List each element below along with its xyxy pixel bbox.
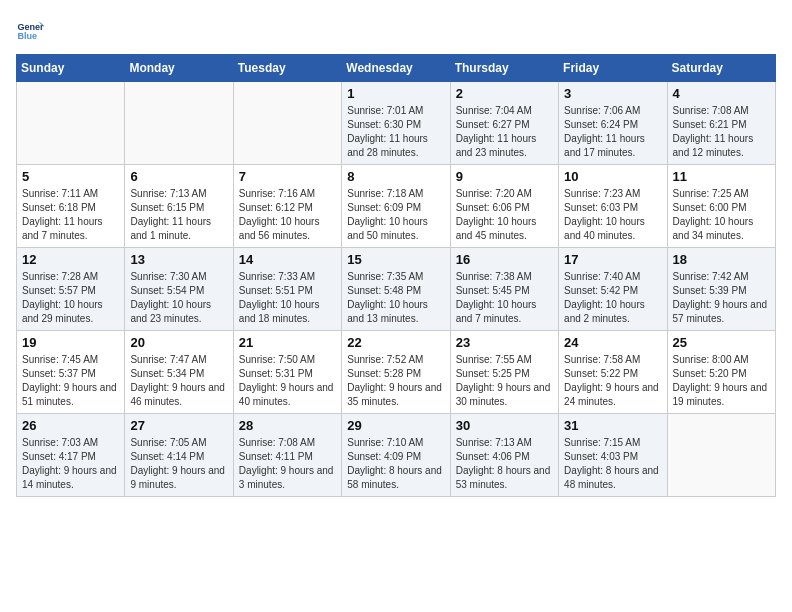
header-wednesday: Wednesday (342, 55, 450, 82)
calendar-cell: 14Sunrise: 7:33 AMSunset: 5:51 PMDayligh… (233, 248, 341, 331)
calendar-week-2: 5Sunrise: 7:11 AMSunset: 6:18 PMDaylight… (17, 165, 776, 248)
calendar-cell: 11Sunrise: 7:25 AMSunset: 6:00 PMDayligh… (667, 165, 775, 248)
calendar-cell: 23Sunrise: 7:55 AMSunset: 5:25 PMDayligh… (450, 331, 558, 414)
day-number: 26 (22, 418, 119, 433)
calendar-cell: 10Sunrise: 7:23 AMSunset: 6:03 PMDayligh… (559, 165, 667, 248)
day-info: Sunrise: 7:13 AMSunset: 4:06 PMDaylight:… (456, 436, 553, 492)
day-info: Sunrise: 7:05 AMSunset: 4:14 PMDaylight:… (130, 436, 227, 492)
calendar-cell: 12Sunrise: 7:28 AMSunset: 5:57 PMDayligh… (17, 248, 125, 331)
day-number: 17 (564, 252, 661, 267)
header-friday: Friday (559, 55, 667, 82)
day-info: Sunrise: 7:45 AMSunset: 5:37 PMDaylight:… (22, 353, 119, 409)
calendar-header-row: SundayMondayTuesdayWednesdayThursdayFrid… (17, 55, 776, 82)
day-number: 20 (130, 335, 227, 350)
day-info: Sunrise: 7:15 AMSunset: 4:03 PMDaylight:… (564, 436, 661, 492)
calendar-cell: 29Sunrise: 7:10 AMSunset: 4:09 PMDayligh… (342, 414, 450, 497)
day-info: Sunrise: 7:47 AMSunset: 5:34 PMDaylight:… (130, 353, 227, 409)
calendar-cell: 1Sunrise: 7:01 AMSunset: 6:30 PMDaylight… (342, 82, 450, 165)
day-number: 6 (130, 169, 227, 184)
logo-icon: General Blue (16, 16, 44, 44)
day-info: Sunrise: 8:00 AMSunset: 5:20 PMDaylight:… (673, 353, 770, 409)
calendar-cell (125, 82, 233, 165)
day-number: 12 (22, 252, 119, 267)
day-number: 9 (456, 169, 553, 184)
day-number: 29 (347, 418, 444, 433)
day-info: Sunrise: 7:55 AMSunset: 5:25 PMDaylight:… (456, 353, 553, 409)
calendar-cell: 6Sunrise: 7:13 AMSunset: 6:15 PMDaylight… (125, 165, 233, 248)
day-info: Sunrise: 7:06 AMSunset: 6:24 PMDaylight:… (564, 104, 661, 160)
calendar-cell: 4Sunrise: 7:08 AMSunset: 6:21 PMDaylight… (667, 82, 775, 165)
day-number: 27 (130, 418, 227, 433)
day-info: Sunrise: 7:16 AMSunset: 6:12 PMDaylight:… (239, 187, 336, 243)
day-info: Sunrise: 7:33 AMSunset: 5:51 PMDaylight:… (239, 270, 336, 326)
day-info: Sunrise: 7:08 AMSunset: 6:21 PMDaylight:… (673, 104, 770, 160)
calendar-cell: 3Sunrise: 7:06 AMSunset: 6:24 PMDaylight… (559, 82, 667, 165)
calendar-week-3: 12Sunrise: 7:28 AMSunset: 5:57 PMDayligh… (17, 248, 776, 331)
calendar-cell: 26Sunrise: 7:03 AMSunset: 4:17 PMDayligh… (17, 414, 125, 497)
calendar-cell: 2Sunrise: 7:04 AMSunset: 6:27 PMDaylight… (450, 82, 558, 165)
calendar-cell (17, 82, 125, 165)
day-number: 11 (673, 169, 770, 184)
header-monday: Monday (125, 55, 233, 82)
day-number: 18 (673, 252, 770, 267)
calendar-cell: 16Sunrise: 7:38 AMSunset: 5:45 PMDayligh… (450, 248, 558, 331)
day-number: 5 (22, 169, 119, 184)
calendar-cell: 21Sunrise: 7:50 AMSunset: 5:31 PMDayligh… (233, 331, 341, 414)
day-info: Sunrise: 7:01 AMSunset: 6:30 PMDaylight:… (347, 104, 444, 160)
day-info: Sunrise: 7:38 AMSunset: 5:45 PMDaylight:… (456, 270, 553, 326)
page-header: General Blue (16, 16, 776, 44)
calendar-week-1: 1Sunrise: 7:01 AMSunset: 6:30 PMDaylight… (17, 82, 776, 165)
day-info: Sunrise: 7:58 AMSunset: 5:22 PMDaylight:… (564, 353, 661, 409)
calendar-cell: 25Sunrise: 8:00 AMSunset: 5:20 PMDayligh… (667, 331, 775, 414)
calendar-cell: 28Sunrise: 7:08 AMSunset: 4:11 PMDayligh… (233, 414, 341, 497)
calendar-cell: 9Sunrise: 7:20 AMSunset: 6:06 PMDaylight… (450, 165, 558, 248)
calendar-cell: 18Sunrise: 7:42 AMSunset: 5:39 PMDayligh… (667, 248, 775, 331)
day-number: 2 (456, 86, 553, 101)
day-info: Sunrise: 7:42 AMSunset: 5:39 PMDaylight:… (673, 270, 770, 326)
day-number: 21 (239, 335, 336, 350)
day-number: 22 (347, 335, 444, 350)
calendar-cell: 5Sunrise: 7:11 AMSunset: 6:18 PMDaylight… (17, 165, 125, 248)
calendar-cell: 31Sunrise: 7:15 AMSunset: 4:03 PMDayligh… (559, 414, 667, 497)
calendar-cell: 30Sunrise: 7:13 AMSunset: 4:06 PMDayligh… (450, 414, 558, 497)
day-info: Sunrise: 7:23 AMSunset: 6:03 PMDaylight:… (564, 187, 661, 243)
day-info: Sunrise: 7:11 AMSunset: 6:18 PMDaylight:… (22, 187, 119, 243)
calendar-cell: 27Sunrise: 7:05 AMSunset: 4:14 PMDayligh… (125, 414, 233, 497)
day-info: Sunrise: 7:03 AMSunset: 4:17 PMDaylight:… (22, 436, 119, 492)
day-info: Sunrise: 7:08 AMSunset: 4:11 PMDaylight:… (239, 436, 336, 492)
day-number: 25 (673, 335, 770, 350)
calendar-week-4: 19Sunrise: 7:45 AMSunset: 5:37 PMDayligh… (17, 331, 776, 414)
day-number: 31 (564, 418, 661, 433)
calendar-cell: 7Sunrise: 7:16 AMSunset: 6:12 PMDaylight… (233, 165, 341, 248)
day-info: Sunrise: 7:13 AMSunset: 6:15 PMDaylight:… (130, 187, 227, 243)
day-info: Sunrise: 7:20 AMSunset: 6:06 PMDaylight:… (456, 187, 553, 243)
calendar-cell: 24Sunrise: 7:58 AMSunset: 5:22 PMDayligh… (559, 331, 667, 414)
calendar-cell: 22Sunrise: 7:52 AMSunset: 5:28 PMDayligh… (342, 331, 450, 414)
calendar-cell: 19Sunrise: 7:45 AMSunset: 5:37 PMDayligh… (17, 331, 125, 414)
calendar-cell: 8Sunrise: 7:18 AMSunset: 6:09 PMDaylight… (342, 165, 450, 248)
calendar-cell: 17Sunrise: 7:40 AMSunset: 5:42 PMDayligh… (559, 248, 667, 331)
day-number: 1 (347, 86, 444, 101)
day-number: 13 (130, 252, 227, 267)
header-tuesday: Tuesday (233, 55, 341, 82)
day-info: Sunrise: 7:25 AMSunset: 6:00 PMDaylight:… (673, 187, 770, 243)
day-number: 23 (456, 335, 553, 350)
day-number: 28 (239, 418, 336, 433)
day-info: Sunrise: 7:10 AMSunset: 4:09 PMDaylight:… (347, 436, 444, 492)
day-info: Sunrise: 7:40 AMSunset: 5:42 PMDaylight:… (564, 270, 661, 326)
calendar-week-5: 26Sunrise: 7:03 AMSunset: 4:17 PMDayligh… (17, 414, 776, 497)
svg-text:Blue: Blue (17, 31, 37, 41)
logo: General Blue (16, 16, 48, 44)
day-number: 30 (456, 418, 553, 433)
day-number: 16 (456, 252, 553, 267)
day-number: 4 (673, 86, 770, 101)
day-info: Sunrise: 7:50 AMSunset: 5:31 PMDaylight:… (239, 353, 336, 409)
day-number: 8 (347, 169, 444, 184)
day-number: 10 (564, 169, 661, 184)
day-number: 3 (564, 86, 661, 101)
calendar-cell: 20Sunrise: 7:47 AMSunset: 5:34 PMDayligh… (125, 331, 233, 414)
header-sunday: Sunday (17, 55, 125, 82)
header-thursday: Thursday (450, 55, 558, 82)
day-info: Sunrise: 7:04 AMSunset: 6:27 PMDaylight:… (456, 104, 553, 160)
calendar-cell: 15Sunrise: 7:35 AMSunset: 5:48 PMDayligh… (342, 248, 450, 331)
